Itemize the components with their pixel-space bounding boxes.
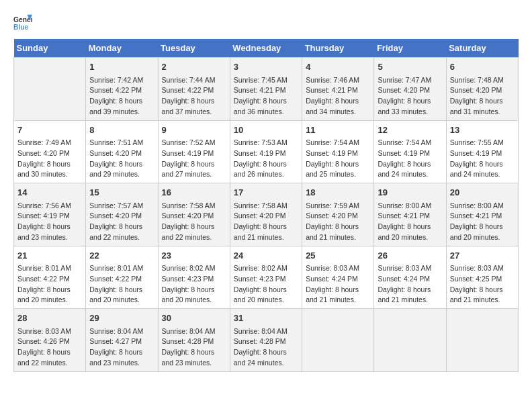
day-number: 31 — [234, 312, 298, 325]
calendar-cell: 4Sunrise: 7:46 AM Sunset: 4:21 PM Daylig… — [302, 58, 374, 121]
calendar-cell — [446, 309, 518, 372]
cell-content: Sunrise: 8:04 AM Sunset: 4:28 PM Dayligh… — [234, 326, 298, 369]
day-number: 26 — [378, 249, 442, 263]
day-number: 8 — [89, 124, 154, 137]
calendar-cell: 14Sunrise: 7:56 AM Sunset: 4:19 PM Dayli… — [14, 183, 86, 246]
cell-content: Sunrise: 8:00 AM Sunset: 4:21 PM Dayligh… — [450, 201, 515, 243]
day-number: 10 — [234, 124, 298, 137]
day-number: 28 — [17, 312, 82, 325]
cell-content: Sunrise: 8:02 AM Sunset: 4:23 PM Dayligh… — [234, 263, 298, 306]
day-number: 25 — [306, 249, 370, 263]
cell-content: Sunrise: 8:04 AM Sunset: 4:27 PM Dayligh… — [89, 326, 154, 369]
cell-content: Sunrise: 8:00 AM Sunset: 4:21 PM Dayligh… — [378, 201, 442, 243]
calendar-cell: 30Sunrise: 8:04 AM Sunset: 4:28 PM Dayli… — [158, 309, 230, 372]
day-number: 16 — [162, 186, 226, 199]
calendar-table: SundayMondayTuesdayWednesdayThursdayFrid… — [13, 39, 519, 372]
header-day-thursday: Thursday — [302, 39, 374, 58]
calendar-cell: 13Sunrise: 7:55 AM Sunset: 4:19 PM Dayli… — [446, 120, 518, 183]
cell-content: Sunrise: 7:54 AM Sunset: 4:19 PM Dayligh… — [378, 138, 442, 180]
day-number: 1 — [89, 60, 154, 74]
day-number: 20 — [450, 186, 515, 199]
header-day-wednesday: Wednesday — [230, 39, 302, 58]
week-row-0: 1Sunrise: 7:42 AM Sunset: 4:22 PM Daylig… — [14, 58, 519, 121]
day-number: 15 — [89, 186, 154, 199]
cell-content: Sunrise: 8:01 AM Sunset: 4:22 PM Dayligh… — [89, 263, 154, 306]
week-row-4: 28Sunrise: 8:03 AM Sunset: 4:26 PM Dayli… — [14, 309, 519, 372]
calendar-header: SundayMondayTuesdayWednesdayThursdayFrid… — [14, 39, 519, 58]
header-day-friday: Friday — [374, 39, 446, 58]
cell-content: Sunrise: 8:03 AM Sunset: 4:25 PM Dayligh… — [450, 263, 515, 306]
calendar-cell: 9Sunrise: 7:52 AM Sunset: 4:19 PM Daylig… — [158, 120, 230, 183]
cell-content: Sunrise: 7:58 AM Sunset: 4:20 PM Dayligh… — [234, 201, 298, 243]
day-number: 2 — [162, 60, 226, 74]
calendar-cell: 10Sunrise: 7:53 AM Sunset: 4:19 PM Dayli… — [230, 120, 302, 183]
calendar-cell: 8Sunrise: 7:51 AM Sunset: 4:20 PM Daylig… — [86, 120, 158, 183]
calendar-cell — [302, 309, 374, 372]
cell-content: Sunrise: 7:45 AM Sunset: 4:21 PM Dayligh… — [234, 75, 298, 118]
calendar-cell: 22Sunrise: 8:01 AM Sunset: 4:22 PM Dayli… — [86, 246, 158, 309]
day-number: 13 — [450, 124, 515, 137]
day-number: 5 — [378, 60, 442, 74]
day-number: 14 — [17, 186, 82, 199]
header-row: SundayMondayTuesdayWednesdayThursdayFrid… — [14, 39, 519, 58]
calendar-cell: 29Sunrise: 8:04 AM Sunset: 4:27 PM Dayli… — [86, 309, 158, 372]
cell-content: Sunrise: 7:44 AM Sunset: 4:22 PM Dayligh… — [162, 75, 226, 118]
calendar-body: 1Sunrise: 7:42 AM Sunset: 4:22 PM Daylig… — [14, 58, 519, 372]
cell-content: Sunrise: 8:03 AM Sunset: 4:26 PM Dayligh… — [17, 326, 82, 369]
calendar-cell: 1Sunrise: 7:42 AM Sunset: 4:22 PM Daylig… — [86, 58, 158, 121]
day-number: 7 — [17, 124, 82, 137]
day-number: 6 — [450, 60, 515, 74]
calendar-cell: 31Sunrise: 8:04 AM Sunset: 4:28 PM Dayli… — [230, 309, 302, 372]
cell-content: Sunrise: 8:04 AM Sunset: 4:28 PM Dayligh… — [162, 326, 226, 369]
day-number: 17 — [234, 186, 298, 199]
day-number: 24 — [234, 249, 298, 263]
calendar-cell: 16Sunrise: 7:58 AM Sunset: 4:20 PM Dayli… — [158, 183, 230, 246]
calendar-cell: 3Sunrise: 7:45 AM Sunset: 4:21 PM Daylig… — [230, 58, 302, 121]
calendar-cell: 11Sunrise: 7:54 AM Sunset: 4:19 PM Dayli… — [302, 120, 374, 183]
calendar-cell: 15Sunrise: 7:57 AM Sunset: 4:20 PM Dayli… — [86, 183, 158, 246]
cell-content: Sunrise: 7:57 AM Sunset: 4:20 PM Dayligh… — [89, 201, 154, 243]
header-day-monday: Monday — [86, 39, 158, 58]
calendar-cell: 12Sunrise: 7:54 AM Sunset: 4:19 PM Dayli… — [374, 120, 446, 183]
cell-content: Sunrise: 7:47 AM Sunset: 4:20 PM Dayligh… — [378, 75, 442, 118]
calendar-cell: 18Sunrise: 7:59 AM Sunset: 4:20 PM Dayli… — [302, 183, 374, 246]
cell-content: Sunrise: 7:58 AM Sunset: 4:20 PM Dayligh… — [162, 201, 226, 243]
cell-content: Sunrise: 8:02 AM Sunset: 4:23 PM Dayligh… — [162, 263, 226, 306]
day-number: 11 — [306, 124, 370, 137]
day-number: 12 — [378, 124, 442, 137]
cell-content: Sunrise: 7:55 AM Sunset: 4:19 PM Dayligh… — [450, 138, 515, 180]
day-number: 3 — [234, 60, 298, 74]
cell-content: Sunrise: 8:03 AM Sunset: 4:24 PM Dayligh… — [306, 263, 370, 306]
day-number: 29 — [89, 312, 154, 325]
cell-content: Sunrise: 7:48 AM Sunset: 4:20 PM Dayligh… — [450, 75, 515, 118]
cell-content: Sunrise: 8:01 AM Sunset: 4:22 PM Dayligh… — [17, 263, 82, 306]
cell-content: Sunrise: 7:56 AM Sunset: 4:19 PM Dayligh… — [17, 201, 82, 243]
calendar-cell: 28Sunrise: 8:03 AM Sunset: 4:26 PM Dayli… — [14, 309, 86, 372]
cell-content: Sunrise: 7:51 AM Sunset: 4:20 PM Dayligh… — [89, 138, 154, 180]
day-number: 23 — [162, 249, 226, 263]
calendar-cell — [14, 58, 86, 121]
calendar-cell: 24Sunrise: 8:02 AM Sunset: 4:23 PM Dayli… — [230, 246, 302, 309]
cell-content: Sunrise: 7:52 AM Sunset: 4:19 PM Dayligh… — [162, 138, 226, 180]
calendar-cell: 21Sunrise: 8:01 AM Sunset: 4:22 PM Dayli… — [14, 246, 86, 309]
calendar-cell: 7Sunrise: 7:49 AM Sunset: 4:20 PM Daylig… — [14, 120, 86, 183]
week-row-1: 7Sunrise: 7:49 AM Sunset: 4:20 PM Daylig… — [14, 120, 519, 183]
calendar-cell: 26Sunrise: 8:03 AM Sunset: 4:24 PM Dayli… — [374, 246, 446, 309]
day-number: 30 — [162, 312, 226, 325]
day-number: 19 — [378, 186, 442, 199]
svg-text:Blue: Blue — [13, 24, 29, 31]
header-day-saturday: Saturday — [446, 39, 518, 58]
day-number: 21 — [17, 249, 82, 263]
header-day-sunday: Sunday — [14, 39, 86, 58]
cell-content: Sunrise: 7:49 AM Sunset: 4:20 PM Dayligh… — [17, 138, 82, 180]
logo: GeneralBlue — [13, 13, 32, 32]
calendar-cell: 20Sunrise: 8:00 AM Sunset: 4:21 PM Dayli… — [446, 183, 518, 246]
day-number: 9 — [162, 124, 226, 137]
day-number: 4 — [306, 60, 370, 74]
cell-content: Sunrise: 7:54 AM Sunset: 4:19 PM Dayligh… — [306, 138, 370, 180]
calendar-cell: 23Sunrise: 8:02 AM Sunset: 4:23 PM Dayli… — [158, 246, 230, 309]
cell-content: Sunrise: 7:46 AM Sunset: 4:21 PM Dayligh… — [306, 75, 370, 118]
header: GeneralBlue — [13, 13, 519, 32]
cell-content: Sunrise: 7:53 AM Sunset: 4:19 PM Dayligh… — [234, 138, 298, 180]
cell-content: Sunrise: 7:42 AM Sunset: 4:22 PM Dayligh… — [89, 75, 154, 118]
